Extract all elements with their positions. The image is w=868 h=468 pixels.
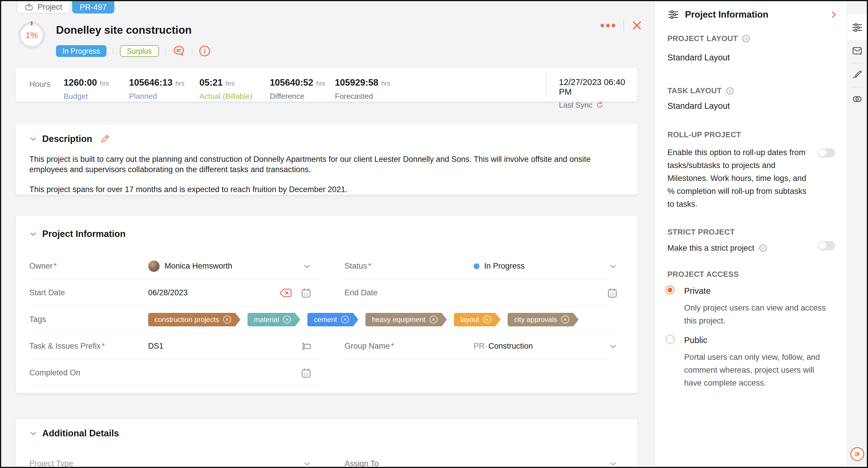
copy-icon[interactable]: [301, 341, 312, 352]
owner-field[interactable]: Owner* Monica Hemsworth: [29, 253, 345, 279]
start-date-field[interactable]: Start Date 06/28/2023: [29, 279, 345, 306]
info-icon[interactable]: i: [726, 87, 734, 95]
end-date-field[interactable]: End Date: [345, 279, 628, 306]
task-layout-label: TASK LAYOUT i: [668, 86, 734, 95]
link-icon[interactable]: [851, 93, 863, 105]
remove-tag-icon[interactable]: ✕: [483, 315, 491, 323]
hours-row-label: Hours: [29, 80, 51, 89]
chevron-down-icon[interactable]: [609, 459, 618, 468]
svg-text:i: i: [204, 47, 206, 55]
progress-ring: 1%: [18, 22, 45, 49]
remove-tag-icon[interactable]: ✕: [430, 315, 437, 323]
refresh-icon[interactable]: [596, 101, 604, 109]
description-text: This project is built to carry out the p…: [29, 154, 624, 195]
clear-date-icon[interactable]: [279, 288, 292, 298]
metric-actual: 05:21hrs Actual (Billable): [199, 77, 252, 101]
tab-project[interactable]: Project: [17, 1, 70, 13]
chevron-down-icon[interactable]: [609, 342, 618, 351]
prefix-field[interactable]: Task & Issues Prefix* DS1: [29, 333, 345, 360]
more-options-icon[interactable]: [599, 23, 616, 28]
rollup-description: Enable this option to roll-up dates from…: [668, 146, 815, 211]
task-layout-value: Standard Layout: [668, 101, 730, 111]
close-icon[interactable]: [631, 20, 643, 31]
edit-pencil-icon[interactable]: [101, 134, 110, 144]
svg-text:i: i: [763, 245, 764, 250]
private-option-description: Only project users can view and access t…: [684, 302, 828, 327]
remove-tag-icon[interactable]: ✕: [561, 315, 569, 323]
divider: [851, 63, 863, 63]
status-badge[interactable]: In Progress: [56, 45, 106, 57]
project-information-heading: Project Information: [42, 229, 125, 239]
tag-chip[interactable]: heavy equipment✕: [365, 313, 442, 326]
empty-cell: [345, 360, 628, 386]
project-code-badge[interactable]: PR-497: [72, 1, 114, 13]
tag-chip[interactable]: material✕: [248, 313, 295, 326]
remove-tag-icon[interactable]: ✕: [341, 315, 349, 323]
additional-details-card: Additional Details Project Type Assign T…: [16, 419, 637, 468]
completed-on-field[interactable]: Completed On: [29, 360, 345, 386]
project-info-form: Owner* Monica Hemsworth Status* In Progr…: [29, 253, 628, 386]
collapse-chevron-icon[interactable]: [29, 430, 37, 437]
group-name-prefix: PR-: [473, 342, 487, 351]
tag-chip[interactable]: city approvals✕: [507, 313, 573, 326]
project-type-field[interactable]: Project Type: [29, 452, 345, 468]
metric-difference: 105640:52hrs Difference: [270, 77, 325, 101]
svg-text:i: i: [745, 36, 747, 41]
chevron-down-icon[interactable]: [302, 261, 312, 271]
status-dot: [473, 263, 479, 269]
signature-pen-icon[interactable]: [851, 69, 863, 80]
info-icon[interactable]: i: [759, 244, 767, 252]
private-radio[interactable]: [666, 286, 675, 294]
budget-status-badge[interactable]: Surplus: [120, 45, 159, 57]
tag-chip[interactable]: construction projects✕: [148, 313, 235, 326]
metric-budget: 1260:00hrs Budget: [64, 77, 109, 101]
info-icon[interactable]: i: [199, 45, 211, 57]
owner-name: Monica Hemsworth: [164, 261, 232, 271]
panel-icon-strip: [847, 1, 867, 467]
metric-planned: 105646:13hrs Planned: [129, 77, 184, 101]
collapse-chevron-icon[interactable]: [29, 135, 37, 143]
sliders-icon[interactable]: [851, 22, 863, 33]
group-name-field[interactable]: Group Name* PR- Construction: [345, 333, 628, 360]
tag-chip[interactable]: layout✕: [454, 313, 495, 326]
strict-project-text: Make this a strict project i: [668, 242, 767, 254]
strict-toggle[interactable]: [818, 241, 835, 250]
calendar-icon[interactable]: [301, 287, 312, 299]
status-field[interactable]: Status* In Progress: [345, 253, 628, 279]
public-option-label[interactable]: Public: [684, 336, 707, 345]
metric-actual-label: Actual (Billable): [199, 92, 252, 101]
prefix-value: DS1: [148, 342, 164, 351]
status-value: In Progress: [484, 261, 525, 271]
project-access-label: PROJECT ACCESS: [668, 270, 739, 279]
divider: [851, 87, 863, 87]
rollup-project-label: ROLL-UP PROJECT: [668, 130, 741, 139]
chevron-down-icon[interactable]: [302, 459, 312, 468]
project-layout-value: Standard Layout: [668, 53, 730, 62]
private-option-label[interactable]: Private: [684, 286, 711, 296]
remove-tag-icon[interactable]: ✕: [223, 315, 231, 323]
rollup-toggle[interactable]: [818, 148, 835, 157]
remove-tag-icon[interactable]: ✕: [283, 315, 291, 323]
tag-chip[interactable]: cement✕: [307, 313, 353, 326]
divider: [623, 19, 624, 32]
briefcase-icon: [25, 3, 33, 11]
public-radio[interactable]: [666, 335, 675, 344]
chevron-down-icon[interactable]: [609, 261, 618, 271]
progress-percent: 1%: [26, 31, 38, 40]
assign-to-field[interactable]: Assign To: [345, 452, 628, 468]
comment-icon[interactable]: [173, 45, 185, 57]
collapse-chevron-icon[interactable]: [29, 230, 37, 238]
header-actions: [599, 19, 643, 32]
info-icon[interactable]: i: [742, 35, 750, 43]
metric-planned-label[interactable]: Planned: [129, 92, 184, 101]
chevron-right-icon[interactable]: [829, 10, 838, 19]
mail-icon[interactable]: [851, 45, 863, 56]
sliders-icon: [668, 9, 679, 21]
quick-actions-button[interactable]: [850, 447, 864, 461]
start-date-value: 06/28/2023: [148, 288, 188, 297]
metric-budget-label[interactable]: Budget: [64, 92, 109, 101]
page-title: Donelley site construction: [56, 24, 192, 36]
last-sync: 12/27/2023 06:40 PM Last Sync: [559, 77, 637, 110]
calendar-icon[interactable]: [607, 287, 618, 299]
calendar-icon[interactable]: [301, 367, 312, 379]
